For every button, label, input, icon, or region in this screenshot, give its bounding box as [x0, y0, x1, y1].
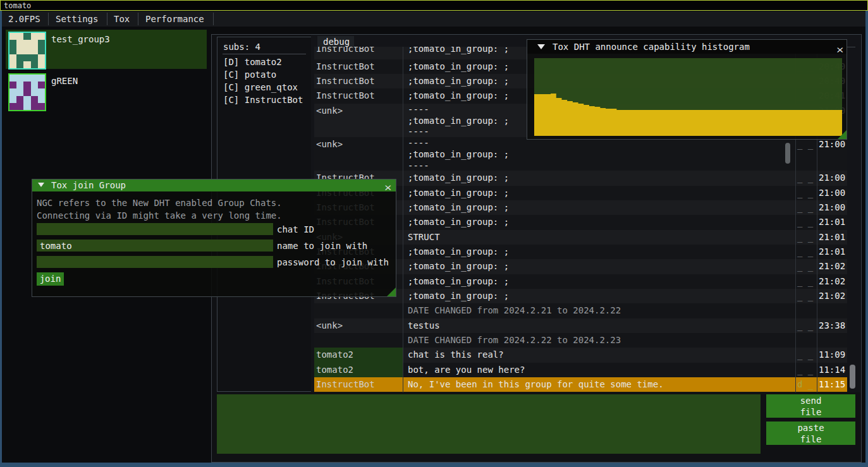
histogram-resize-grip[interactable]	[838, 130, 847, 139]
menu-separator	[213, 13, 214, 25]
message-sender: InstructBot	[316, 76, 401, 86]
window-titlebar[interactable]: tomato	[0, 0, 868, 11]
join-resize-grip[interactable]	[387, 288, 396, 296]
message-flags: _ _	[797, 188, 813, 198]
message-text: ;tomato_in_group: ;	[408, 276, 509, 286]
menu-performance[interactable]: Performance	[145, 14, 204, 24]
message-text: ;tomato_in_group: ;	[408, 47, 509, 54]
window-frame-left	[0, 11, 2, 467]
join-button[interactable]: join	[37, 272, 64, 286]
group-row-gREEN[interactable]: gREEN	[6, 71, 207, 111]
date-separator-row[interactable]: DATE CHANGED from 2024.2.22 to 2024.2.23	[314, 333, 847, 348]
fps-indicator: 2.0FPS	[8, 14, 40, 24]
column-divider	[403, 47, 403, 392]
message-input[interactable]	[217, 394, 761, 454]
message-flags: _ _	[797, 261, 813, 271]
join-field-name-to-join-with[interactable]: tomato	[37, 240, 273, 252]
message-text: ;tomato_in_group: ;	[408, 261, 509, 271]
join-field-label: password to join with	[277, 257, 389, 267]
message-text: chat is this real?	[408, 349, 504, 360]
send-file-button[interactable]: send file	[766, 394, 855, 418]
group-avatar	[8, 32, 46, 70]
join-window-title: Tox join Group	[51, 180, 126, 190]
message-flags: d _	[797, 379, 813, 389]
subs-member[interactable]: [C] green_qtox	[223, 82, 298, 92]
paste-file-button[interactable]: paste file	[766, 422, 855, 445]
message-sender: <unk>	[316, 139, 401, 149]
group-row-test_group3[interactable]: test_group3	[6, 30, 207, 69]
message-flags: _ _	[797, 173, 813, 183]
join-group-window[interactable]: Tox join Group ✕ NGC refers to the New D…	[32, 179, 396, 297]
message-row[interactable]: <unk>---- ;tomato_in_group: ; ----_ _21:…	[314, 137, 847, 171]
message-time: 21:01	[819, 246, 845, 257]
message-time: 21:00	[819, 188, 845, 198]
window-frame-right	[865, 11, 868, 467]
message-flags: _ _	[797, 291, 813, 301]
message-time: 21:02	[819, 261, 845, 271]
message-sender: tomato2	[316, 349, 401, 360]
subs-count-label: subs: 4	[223, 42, 260, 52]
date-separator-row[interactable]: DATE CHANGED from 2024.2.21 to 2024.2.22	[314, 303, 847, 318]
message-sender: InstructBot	[316, 47, 401, 54]
join-info-line1: NGC refers to the New DHT enabled Group …	[37, 198, 282, 208]
message-row[interactable]: InstructBotNo, I've been in this group f…	[314, 377, 847, 392]
message-flags: _ _	[797, 232, 813, 242]
menu-separator	[138, 13, 138, 25]
chat-scrollbar-thumb[interactable]	[850, 365, 855, 389]
message-row[interactable]: <unk>testus_ _23:38	[314, 318, 847, 333]
message-text: ;tomato_in_group: ;	[408, 246, 509, 257]
message-text: No, I've been in this group for quite so…	[408, 379, 664, 389]
subs-separator	[223, 54, 306, 54]
subs-member[interactable]: [D] tomato2	[223, 57, 282, 67]
message-text: ;tomato_in_group: ;	[408, 173, 509, 183]
message-flags: _ _	[797, 276, 813, 286]
message-row[interactable]: tomato2bot, are you new here?_ _11:14	[314, 363, 847, 377]
message-flags: _ _	[797, 139, 813, 149]
join-field-label: name to join with	[277, 241, 367, 251]
group-name: gREEN	[51, 76, 78, 86]
collapse-arrow-icon[interactable]	[537, 44, 545, 49]
message-text: ;tomato_in_group: ;	[408, 76, 509, 86]
join-close-icon[interactable]: ✕	[384, 181, 391, 193]
menu-bar: 2.0FPSSettingsToxPerformance	[2, 11, 865, 27]
message-row[interactable]: tomato2chat is this real?_ _11:09	[314, 348, 847, 362]
message-text: ;tomato_in_group: ;	[408, 90, 509, 100]
message-sender: <unk>	[316, 320, 401, 331]
message-text: ---- ;tomato_in_group: ; ----	[408, 104, 509, 137]
message-time: 21:01	[819, 217, 845, 227]
message-time: 21:00	[819, 139, 845, 149]
histogram-window-titlebar[interactable]: Tox DHT announce capability histogram ✕	[527, 40, 847, 54]
message-text: STRUCT	[408, 232, 440, 242]
message-text: ---- ;tomato_in_group: ; ----	[408, 138, 509, 171]
subs-member[interactable]: [C] InstructBot	[223, 95, 303, 105]
join-field-password-to-join-with[interactable]	[37, 256, 273, 268]
subs-member[interactable]: [C] potato	[223, 70, 276, 80]
message-text: ;tomato_in_group: ;	[408, 61, 509, 71]
join-window-titlebar[interactable]: Tox join Group ✕	[32, 179, 396, 191]
join-field-chat-ID[interactable]	[37, 223, 273, 235]
message-time: 11:14	[819, 365, 845, 375]
collapse-arrow-icon[interactable]	[38, 183, 44, 187]
message-flags: _ _	[797, 349, 813, 360]
message-text: ;tomato_in_group: ;	[408, 202, 509, 212]
message-text: testus	[408, 320, 440, 331]
window-title: tomato	[4, 1, 31, 10]
tab-debug-label: debug	[323, 37, 350, 47]
message-flags: _ _	[797, 217, 813, 227]
message-sender: InstructBot	[316, 379, 401, 389]
message-flags: _ _	[797, 202, 813, 212]
message-cell-scrollbar[interactable]	[785, 143, 790, 164]
menu-tox[interactable]: Tox	[114, 14, 130, 24]
menu-settings[interactable]: Settings	[56, 14, 98, 24]
message-text: ;tomato_in_group: ;	[408, 188, 509, 198]
message-flags: _ _	[797, 320, 813, 331]
message-time: 23:38	[819, 320, 845, 331]
message-text: bot, are you new here?	[408, 365, 525, 375]
message-time: 11:15	[819, 379, 845, 389]
histogram-close-icon[interactable]: ✕	[836, 43, 843, 55]
join-info-line2: Connecting via ID might take a very long…	[37, 210, 282, 221]
message-sender: <unk>	[316, 106, 401, 116]
message-time: 21:01	[819, 232, 845, 242]
menu-separator	[48, 13, 49, 25]
histogram-window[interactable]: Tox DHT announce capability histogram ✕	[527, 39, 847, 140]
